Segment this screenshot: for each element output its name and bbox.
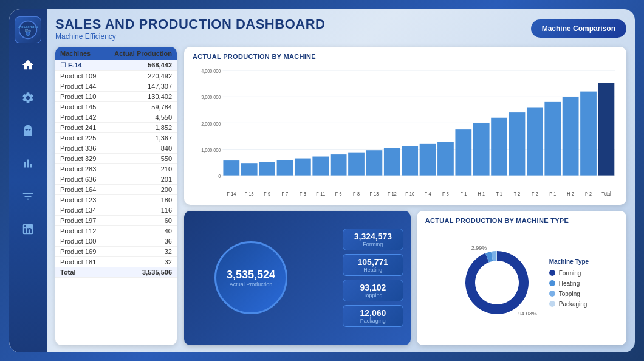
bar[interactable]	[366, 150, 383, 175]
table-row[interactable]: Product 636 201	[55, 174, 177, 185]
right-panels: ACTUAL PRODUCTION BY MACHINE 01,000,0002…	[184, 47, 626, 345]
bar[interactable]	[563, 97, 579, 175]
chart-icon[interactable]	[17, 153, 39, 174]
table-body[interactable]: ☐ F-14 568,442 Product 109 220,492 Produ…	[55, 60, 177, 345]
flow-item-label: Heating	[349, 267, 397, 273]
gear-icon[interactable]	[17, 87, 39, 109]
actual-value: 1,367	[155, 134, 172, 142]
linkedin-icon[interactable]	[17, 218, 39, 240]
bar[interactable]	[473, 123, 490, 175]
bar[interactable]	[312, 156, 329, 175]
bar-label: P-2	[585, 190, 592, 196]
legend-title: Machine Type	[549, 258, 589, 265]
bar[interactable]	[402, 146, 418, 175]
bar[interactable]	[509, 112, 526, 175]
filter-icon[interactable]	[17, 185, 39, 207]
bar-label: F-15	[245, 190, 254, 196]
table-row[interactable]: Product 112 40	[55, 226, 177, 236]
machine-name: Product 197	[60, 217, 165, 224]
table-row[interactable]: Product 142 4,550	[55, 112, 177, 123]
donut-svg-wrap: 2.99% 94.03%	[454, 240, 540, 325]
table-row[interactable]: Product 169 32	[55, 247, 177, 257]
machine-comparison-button[interactable]: Machine Comparison	[531, 19, 626, 38]
content-area: Machines Actual Production ☐ F-14 568,44…	[55, 47, 626, 345]
legend-dot	[549, 270, 555, 276]
legend-dot	[549, 301, 555, 307]
header-title-block: SALES AND PRODUCTION DASHBOARD Machine E…	[55, 16, 531, 41]
bar[interactable]	[491, 117, 507, 175]
table-row[interactable]: Product 283 210	[55, 164, 177, 174]
home-icon[interactable]	[17, 54, 39, 76]
legend-item: Heating	[549, 280, 589, 287]
table-row[interactable]: Product 225 1,367	[55, 133, 177, 143]
table-row[interactable]: Product 164 200	[55, 185, 177, 195]
table-row[interactable]: Product 123 180	[55, 195, 177, 205]
table-row[interactable]: Product 197 60	[55, 216, 177, 226]
flow-item-value: 105,771	[349, 257, 397, 267]
actual-value: 180	[161, 196, 172, 204]
bar[interactable]	[223, 160, 239, 176]
bar[interactable]	[277, 160, 293, 175]
svg-text:1,000,000: 1,000,000	[201, 146, 221, 153]
bar-label: F-9	[264, 190, 270, 196]
donut-title: ACTUAL PRODUCTION BY MACHINE TYPE	[425, 217, 618, 224]
table-row[interactable]: Product 100 36	[55, 236, 177, 247]
bar[interactable]	[259, 162, 275, 175]
table-row[interactable]: Product 329 550	[55, 154, 177, 164]
header: SALES AND PRODUCTION DASHBOARD Machine E…	[55, 16, 626, 41]
bar[interactable]	[544, 101, 561, 175]
bar[interactable]	[420, 143, 436, 175]
sidebar: ENTERPRISE DNA	[9, 9, 47, 352]
bar[interactable]	[384, 148, 400, 175]
machine-name: Product 169	[60, 248, 165, 255]
bar[interactable]	[527, 107, 543, 175]
bar[interactable]	[348, 152, 365, 175]
total-value: 3,535,506	[142, 269, 172, 276]
table-row[interactable]: Product 241 1,852	[55, 123, 177, 133]
actual-value: 568,442	[148, 61, 172, 69]
legend-label: Topping	[559, 291, 580, 297]
flow-item: 105,771 Heating	[343, 254, 403, 276]
table-row[interactable]: Product 134 116	[55, 205, 177, 216]
factory-icon[interactable]	[17, 120, 39, 142]
bar[interactable]	[331, 154, 347, 175]
bar-label: T-2	[514, 190, 521, 196]
bar-label: F-12	[388, 190, 397, 196]
machine-name: Product 142	[60, 114, 155, 121]
bar[interactable]	[295, 158, 311, 175]
bar-label: F-7	[282, 190, 289, 196]
table-row[interactable]: Product 336 840	[55, 143, 177, 154]
bar-label: F-2	[532, 190, 538, 196]
bar-label: H-2	[567, 190, 574, 196]
legend-item: Forming	[549, 270, 589, 277]
machine-name: Product 110	[60, 93, 148, 100]
bar-label: P-1	[549, 190, 556, 196]
page-title: SALES AND PRODUCTION DASHBOARD	[55, 16, 531, 32]
bottom-panels: 3,535,524 Actual Production 3,324,573 Fo…	[184, 211, 626, 345]
col-machines-header: Machines	[60, 50, 114, 57]
bar[interactable]	[241, 163, 258, 175]
bar[interactable]	[580, 91, 597, 175]
bar[interactable]	[437, 142, 454, 175]
flow-panel: 3,535,524 Actual Production 3,324,573 Fo…	[184, 211, 411, 345]
table-row[interactable]: Product 110 130,402	[55, 92, 177, 102]
legend-item: Topping	[549, 291, 589, 297]
machine-name: Product 134	[60, 207, 161, 214]
table-row[interactable]: ☐ F-14 568,442	[55, 60, 177, 71]
table-row[interactable]: Product 145 59,784	[55, 102, 177, 112]
machine-name: Product 112	[60, 227, 165, 235]
machine-name: Product 283	[60, 165, 161, 173]
actual-value: 59,784	[151, 103, 172, 111]
table-row[interactable]: Product 144 147,307	[55, 81, 177, 92]
machine-name: Product 145	[60, 103, 151, 111]
bar-label: F-14	[227, 190, 236, 196]
actual-value: 60	[165, 217, 172, 224]
bar[interactable]	[455, 129, 471, 175]
bar-label: F-13	[370, 190, 379, 196]
flow-item: 93,102 Topping	[343, 280, 403, 301]
table-row[interactable]: Product 109 220,492	[55, 71, 177, 81]
actual-value: 1,852	[155, 124, 172, 131]
table-row[interactable]: Product 181 32	[55, 257, 177, 267]
machine-name: Product 100	[60, 238, 165, 245]
bar[interactable]	[598, 83, 615, 175]
